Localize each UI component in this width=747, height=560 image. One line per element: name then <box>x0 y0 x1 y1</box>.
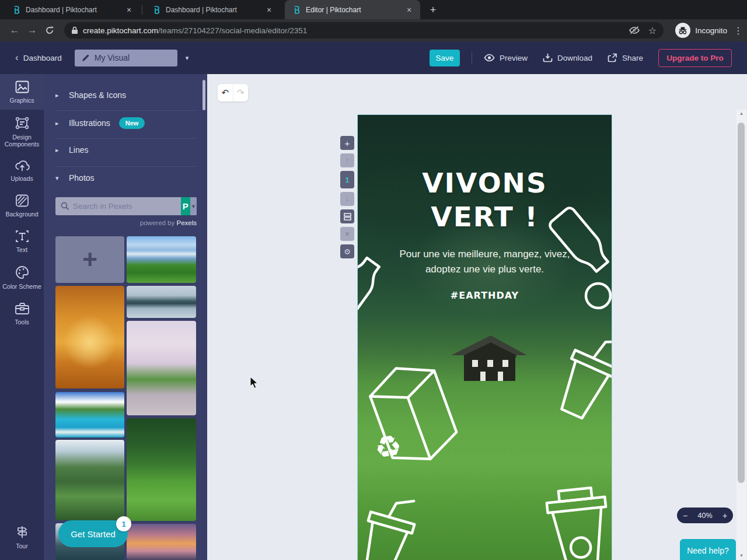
browser-tab-strip: Dashboard | Piktochart × Dashboard | Pik… <box>0 0 747 19</box>
bottle-doodle-right <box>548 206 612 276</box>
download-button[interactable]: Download <box>543 53 592 62</box>
add-photo-tile[interactable]: + <box>55 236 124 283</box>
section-illustrations[interactable]: ▸ Illustrations New <box>55 117 197 129</box>
sidebar-item-background[interactable]: Background <box>0 188 44 223</box>
text-icon <box>15 230 29 243</box>
piktochart-favicon <box>292 5 301 15</box>
bookmark-star-icon[interactable]: ☆ <box>648 25 657 36</box>
bottle-cap-circle <box>586 284 610 308</box>
tab-close-icon[interactable]: × <box>124 5 134 15</box>
zoom-in-button[interactable]: + <box>717 511 733 520</box>
title-dropdown-icon[interactable]: ▾ <box>186 54 189 62</box>
straw-cup-doodle-left <box>358 491 421 560</box>
sidebar-item-text[interactable]: Text <box>0 223 44 259</box>
sidebar-item-label: Graphics <box>9 97 34 104</box>
need-help-button[interactable]: Need help? <box>680 539 736 560</box>
lock-icon <box>71 26 78 34</box>
canvas-scrollbar-thumb[interactable] <box>738 123 745 483</box>
browser-tab-dashboard-1[interactable]: Dashboard | Piktochart × <box>5 0 140 19</box>
sidebar-item-color-scheme[interactable]: Color Scheme <box>0 259 44 296</box>
save-button[interactable]: Save <box>430 50 460 66</box>
share-label: Share <box>622 54 643 62</box>
duplicate-block-button[interactable] <box>340 209 354 223</box>
photo-thumbnail-tropical-beach[interactable] <box>55 392 124 438</box>
photo-thumbnail-autumn-path[interactable] <box>55 286 124 388</box>
back-to-dashboard-link[interactable]: ‹ Dashboard <box>15 52 62 64</box>
poster-doodle-graphics: ♻ <box>358 115 612 560</box>
photo-thumbnail-waterfall[interactable] <box>127 236 196 283</box>
powered-by-text: powered by <box>140 219 177 226</box>
tab-close-icon[interactable]: × <box>404 5 414 15</box>
section-lines[interactable]: ▸ Lines <box>55 145 197 155</box>
section-label: Shapes & Icons <box>69 90 126 100</box>
scroll-down-icon[interactable]: ▼ <box>736 552 746 560</box>
scroll-up-icon[interactable]: ▲ <box>736 110 746 118</box>
preview-button[interactable]: Preview <box>484 54 528 62</box>
panel-divider <box>55 110 197 111</box>
chevron-left-icon: ‹ <box>15 52 19 64</box>
upgrade-to-pro-button[interactable]: Upgrade to Pro <box>658 49 732 67</box>
sidebar-item-label: Tools <box>15 318 29 326</box>
new-tab-button[interactable]: + <box>425 2 441 18</box>
photo-thumbnail-sunset[interactable] <box>127 524 196 560</box>
sidebar-item-uploads[interactable]: Uploads <box>0 153 44 188</box>
undo-button[interactable]: ↶ <box>218 84 233 102</box>
visual-title-field[interactable]: My Visual <box>75 50 177 66</box>
search-in-pexels-input[interactable] <box>55 197 181 215</box>
sidebar-item-label: Color Scheme <box>2 283 41 290</box>
url-path: /teams/27104227/social-media/editor/2351 <box>158 26 307 35</box>
back-to-dashboard-label: Dashboard <box>23 54 62 62</box>
browser-menu-icon[interactable]: ⋮ <box>729 25 747 36</box>
share-button[interactable]: Share <box>608 53 643 62</box>
move-block-up-button[interactable]: ↑ <box>340 153 354 167</box>
browser-tab-dashboard-2[interactable]: Dashboard | Piktochart × <box>145 0 280 19</box>
background-icon <box>15 194 29 207</box>
photo-provider-button[interactable]: P ▼ <box>181 197 197 215</box>
caret-right-icon: ▸ <box>55 120 60 127</box>
photo-thumbnail-train-valley[interactable] <box>55 440 124 520</box>
section-shapes-icons[interactable]: ▸ Shapes & Icons <box>55 90 197 100</box>
browser-back-icon[interactable]: ← <box>6 24 23 36</box>
redo-button[interactable]: ↷ <box>233 84 249 102</box>
eye-off-icon[interactable] <box>629 26 640 35</box>
photo-thumbnail-green-valley[interactable] <box>127 418 196 521</box>
undo-redo-toolbar: ↶ ↷ <box>218 84 248 102</box>
panel-divider <box>55 166 197 167</box>
block-settings-button[interactable]: ⚙ <box>340 244 354 258</box>
editor-canvas-area[interactable]: ↶ ↷ + ↑ 1 ↓ × ⚙ VIVONS VERT ! Pour une v… <box>207 74 747 560</box>
tab-title: Dashboard | Piktochart <box>26 6 119 14</box>
powered-by-pexels: powered by Pexels <box>140 219 197 226</box>
url-field[interactable]: create.piktochart.com/teams/27104227/soc… <box>64 22 664 38</box>
canvas-scrollbar[interactable]: ▲ ▼ <box>736 110 746 560</box>
sidebar-item-tools[interactable]: Tools <box>0 296 44 331</box>
sidebar-item-graphics[interactable]: Graphics <box>0 74 44 110</box>
visual-title-value: My Visual <box>95 53 130 62</box>
move-block-down-button[interactable]: ↓ <box>340 192 354 206</box>
zoom-level-value: 40% <box>693 512 717 520</box>
browser-url-bar: ← → create.piktochart.com/teams/27104227… <box>0 19 747 41</box>
panel-scrollbar-thumb[interactable] <box>203 80 205 110</box>
tab-title: Editor | Piktochart <box>306 6 399 14</box>
search-icon <box>61 202 69 211</box>
zoom-out-button[interactable]: − <box>677 511 693 520</box>
editor-top-bar: ‹ Dashboard My Visual ▾ Save Preview Dow… <box>0 41 747 74</box>
photo-thumbnail-cherry-blossom[interactable] <box>127 321 196 415</box>
browser-forward-icon[interactable]: → <box>23 24 41 36</box>
browser-tab-editor-active[interactable]: Editor | Piktochart × <box>285 0 420 19</box>
mouse-cursor <box>250 376 259 389</box>
tab-separator <box>142 5 142 15</box>
photo-thumbnail-mountain-lake[interactable] <box>127 286 196 318</box>
add-block-button[interactable]: + <box>340 136 354 150</box>
tab-close-icon[interactable]: × <box>264 5 274 15</box>
straw-cup-doodle-right <box>551 326 612 422</box>
design-block[interactable]: VIVONS VERT ! Pour une vie meilleure, ma… <box>358 115 612 560</box>
section-photos[interactable]: ▾ Photos <box>55 173 197 183</box>
pexels-logo-icon: P <box>181 197 190 215</box>
caret-down-icon: ▾ <box>55 174 60 182</box>
sidebar-item-tour[interactable]: Tour <box>0 519 44 555</box>
browser-reload-icon[interactable] <box>44 25 55 36</box>
preview-label: Preview <box>500 54 528 62</box>
house-illustration <box>451 335 527 381</box>
sidebar-item-design-components[interactable]: Design Components <box>0 110 44 153</box>
delete-block-button[interactable]: × <box>340 227 354 241</box>
